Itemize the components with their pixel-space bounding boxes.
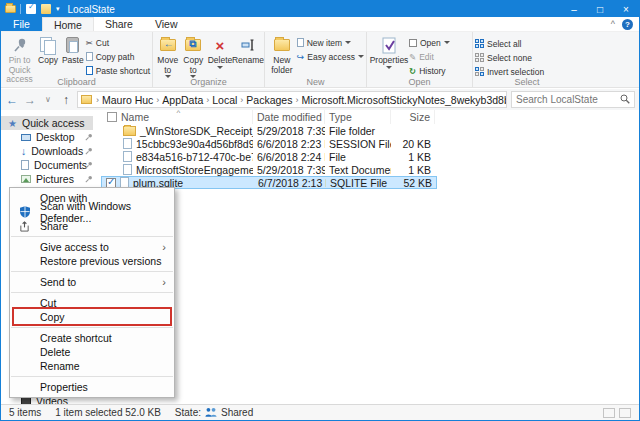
tab-file[interactable]: File: [1, 17, 42, 31]
select-all-checkbox[interactable]: [107, 112, 117, 122]
crumb-appdata[interactable]: AppData: [159, 94, 206, 106]
menu-item-create-shortcut[interactable]: Create shortcut: [10, 331, 174, 345]
menu-separator: [11, 271, 173, 272]
search-input[interactable]: [516, 94, 620, 105]
star-icon: ★: [8, 118, 17, 129]
back-icon[interactable]: ←: [5, 93, 19, 107]
submenu-arrow-icon: ›: [162, 241, 166, 253]
document-icon: [21, 160, 29, 170]
new-item-button[interactable]: New item: [297, 36, 364, 49]
pictures-icon: [21, 175, 31, 183]
window-controls: – □ ×: [561, 1, 639, 17]
crumb-mauro-huc[interactable]: Mauro Huc: [99, 94, 156, 106]
group-new: New folder New item ↪ Easy access New: [265, 32, 367, 87]
qat-customize-icon[interactable]: ▾: [56, 5, 60, 13]
menu-item-share[interactable]: Share: [10, 219, 174, 233]
menu-item-send-to[interactable]: Send to ›: [10, 275, 174, 289]
copy-to-button[interactable]: ⧉ Copy to: [181, 34, 207, 79]
menu-item-properties[interactable]: Properties: [10, 380, 174, 394]
new-item-icon: [297, 38, 304, 47]
menu-item-delete[interactable]: Delete: [10, 345, 174, 359]
copy-path-icon: [86, 52, 93, 61]
column-header-size[interactable]: Size: [391, 110, 435, 124]
crumb-stickynotes-package[interactable]: Microsoft.MicrosoftStickyNotes_8wekyb3d8…: [298, 94, 507, 106]
menu-item-scan-defender[interactable]: Scan with Windows Defender...: [10, 205, 174, 219]
tab-home[interactable]: Home: [42, 17, 94, 31]
easy-access-icon: ↪: [297, 52, 305, 62]
select-none-button[interactable]: Select none: [475, 51, 544, 64]
menu-item-give-access[interactable]: Give access to ›: [10, 240, 174, 254]
invert-selection-icon: [475, 67, 484, 76]
minimize-button[interactable]: –: [561, 1, 587, 17]
forward-icon[interactable]: →: [23, 93, 37, 107]
collapse-ribbon-icon[interactable]: ^: [611, 19, 615, 29]
download-icon: ↓: [21, 145, 26, 157]
maximize-button[interactable]: □: [587, 1, 613, 17]
new-folder-button[interactable]: New folder: [267, 34, 297, 76]
ribbon-spacer: [581, 32, 639, 87]
close-button[interactable]: ×: [613, 1, 639, 17]
crumb-local[interactable]: Local: [209, 94, 240, 106]
file-row-session[interactable]: 15cbbc93e90a4d56bf8d9a29305b8981... 6/6/…: [101, 137, 639, 150]
pin-icon: [85, 159, 93, 171]
title-bar: ▾ LocalState – □ ×: [1, 1, 639, 17]
thumbnail-view-icon[interactable]: [619, 408, 631, 418]
file-icon: [123, 138, 132, 149]
qat-new-folder-icon[interactable]: [41, 4, 51, 14]
move-to-button[interactable]: ← Move to: [155, 34, 181, 79]
copy-button[interactable]: Copy: [36, 34, 60, 67]
sidebar-item-quick-access[interactable]: ★ Quick access: [1, 116, 93, 130]
menu-separator: [11, 327, 173, 328]
help-icon[interactable]: ?: [622, 19, 633, 30]
row-checkbox[interactable]: ✓: [106, 178, 116, 188]
group-open: Properties Open ✎ Edit ↻ History Open: [367, 32, 473, 87]
edit-button[interactable]: ✎ Edit: [409, 50, 450, 63]
sidebar-item-pictures[interactable]: Pictures: [1, 172, 101, 186]
file-row-winstoresdk[interactable]: _WinStoreSDK_Receipt_Cache 5/29/2018 7:3…: [101, 124, 639, 137]
sidebar-item-downloads[interactable]: ↓ Downloads: [1, 144, 101, 158]
properties-button[interactable]: Properties: [369, 34, 409, 70]
column-header-date-modified[interactable]: Date modified: [253, 110, 325, 124]
copy-path-button[interactable]: Copy path: [86, 50, 150, 63]
history-button[interactable]: ↻ History: [409, 64, 450, 77]
qat-properties-icon[interactable]: [26, 4, 36, 14]
desktop-icon: [21, 134, 31, 141]
share-icon: [18, 220, 31, 232]
properties-icon: [382, 35, 397, 55]
group-organize: ← Move to ⧉ Copy to × Delete Rename Orga…: [153, 32, 265, 87]
group-label-new: New: [265, 77, 366, 87]
menu-item-restore-previous[interactable]: Restore previous versions: [10, 254, 174, 268]
copy-to-icon: ⧉: [185, 35, 201, 55]
file-row-e834a516[interactable]: e834a516-b712-470c-be7d-99d5fc4e7c 6/6/2…: [101, 150, 639, 163]
select-all-button[interactable]: Select all: [475, 37, 544, 50]
rename-icon: [241, 35, 255, 55]
column-header-type[interactable]: Type: [325, 110, 391, 124]
file-row-engagement-sdk[interactable]: MicrosoftStoreEngagementSDKId.txt 5/29/2…: [101, 163, 639, 176]
delete-button[interactable]: × Delete: [206, 34, 234, 70]
easy-access-button[interactable]: ↪ Easy access: [297, 50, 364, 63]
red-highlight-box: [12, 307, 172, 326]
open-button[interactable]: Open: [409, 36, 450, 49]
ribbon-tabs: File Home Share View ^ ?: [1, 17, 639, 32]
menu-item-rename[interactable]: Rename: [10, 359, 174, 373]
rename-button[interactable]: Rename: [234, 34, 262, 67]
column-header-name[interactable]: Name ^: [101, 110, 253, 124]
details-view-icon[interactable]: [603, 408, 615, 418]
menu-item-copy[interactable]: Copy: [10, 310, 174, 324]
paste-button[interactable]: Paste: [60, 34, 86, 67]
up-icon[interactable]: ↑: [59, 93, 73, 107]
group-select: Select all Select none Invert selection …: [473, 32, 581, 87]
quick-access-toolbar: ▾: [20, 4, 60, 14]
app-folder-icon: [5, 5, 16, 13]
sidebar-item-documents[interactable]: Documents: [1, 158, 101, 172]
tab-share[interactable]: Share: [94, 17, 144, 31]
paste-shortcut-button[interactable]: Paste shortcut: [86, 64, 150, 77]
search-box[interactable]: [511, 91, 635, 108]
crumb-packages[interactable]: Packages: [243, 94, 295, 106]
sidebar-item-desktop[interactable]: Desktop: [1, 130, 101, 144]
open-icon: [409, 39, 417, 47]
recent-locations-icon[interactable]: ∨: [41, 95, 55, 104]
cut-button[interactable]: ✂ Cut: [86, 36, 150, 49]
tab-view[interactable]: View: [144, 17, 189, 31]
breadcrumb[interactable]: › Mauro Huc › AppData › Local › Packages…: [77, 91, 507, 108]
